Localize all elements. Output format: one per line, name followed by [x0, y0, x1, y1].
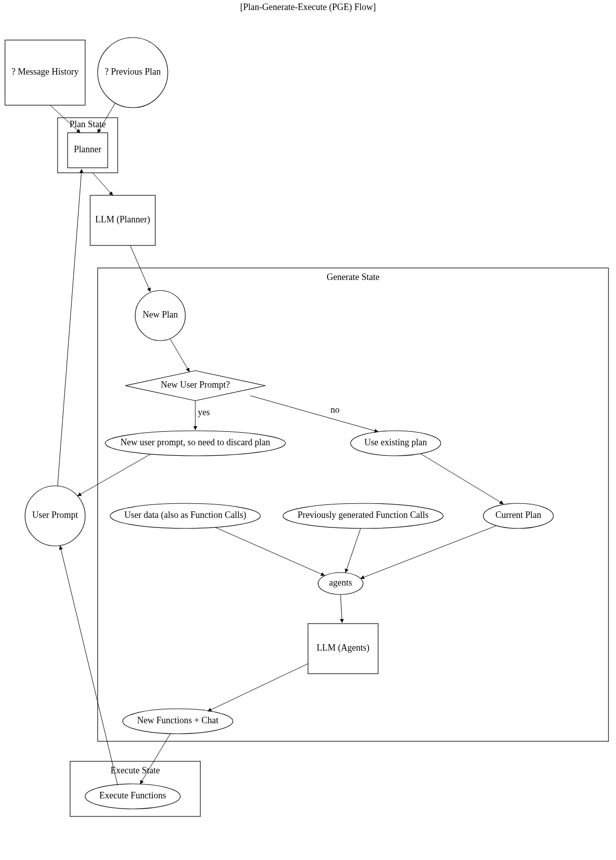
- generate-state-label: Generate State: [327, 272, 379, 282]
- execute-state-label: Execute State: [111, 765, 160, 775]
- edge-prevfc-agents: [346, 528, 361, 572]
- edge-planner-llmplanner: [93, 173, 113, 195]
- diagram-title: [Plan-Generate-Execute (PGE) Flow]: [240, 2, 376, 13]
- llm-agents-label: LLM (Agents): [317, 643, 369, 653]
- message-history-label: ? Message History: [12, 67, 79, 77]
- previous-plan-label: ? Previous Plan: [105, 67, 161, 77]
- prev-fc-label: Previously generated Function Calls: [297, 510, 428, 520]
- generate-state-box: [98, 268, 608, 741]
- user-prompt-label: User Prompt: [32, 510, 78, 520]
- edge-userdata-agents: [215, 527, 325, 576]
- edge-no-label: no: [331, 405, 340, 415]
- new-functions-label: New Functions + Chat: [137, 715, 219, 725]
- edge-useexisting-currentplan: [421, 454, 503, 504]
- user-data-label: User data (also as Function Calls): [124, 510, 246, 520]
- use-existing-label: Use existing plan: [365, 437, 427, 447]
- execute-fn-label: Execute Functions: [99, 790, 166, 800]
- edge-discard-userprompt: [78, 454, 150, 496]
- new-plan-label: New Plan: [143, 310, 178, 320]
- edge-yes-label: yes: [198, 407, 210, 417]
- agents-label: agents: [329, 578, 352, 588]
- edge-decision-useexisting: [250, 396, 378, 432]
- llm-planner-label: LLM (Planner): [95, 214, 150, 225]
- decision-label: New User Prompt?: [161, 380, 230, 390]
- discard-plan-label: New user prompt, so need to discard plan: [121, 437, 270, 447]
- edge-llmagents-newfunctions: [208, 664, 308, 711]
- edge-execute-userprompt: [60, 546, 118, 785]
- edge-userprompt-planner: [58, 169, 82, 486]
- edge-agents-llmagents: [341, 595, 342, 623]
- planner-label: Planner: [74, 144, 102, 154]
- current-plan-label: Current Plan: [495, 510, 541, 520]
- edge-llmplanner-newplan: [130, 245, 150, 292]
- edge-currentplan-agents: [361, 526, 496, 579]
- edge-newplan-decision: [170, 339, 189, 372]
